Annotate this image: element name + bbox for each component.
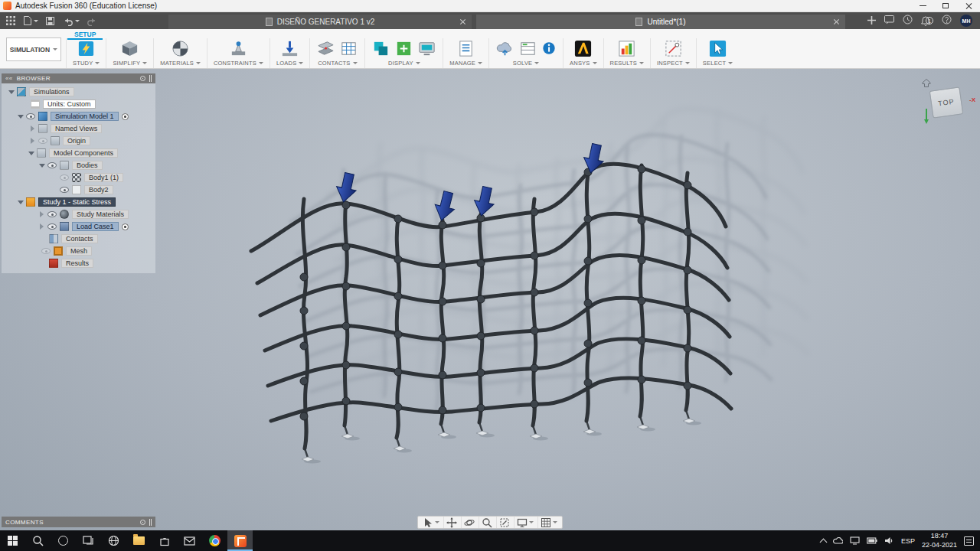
ribbon-group-display[interactable]: DISPLAY bbox=[365, 38, 443, 68]
cortana-button[interactable] bbox=[51, 530, 76, 551]
search-button[interactable] bbox=[25, 530, 51, 551]
constraints-icon[interactable] bbox=[229, 39, 248, 58]
task-view-button[interactable] bbox=[76, 530, 101, 551]
ribbon-group-simplify[interactable]: SIMPLIFY bbox=[106, 38, 154, 68]
info-icon[interactable] bbox=[541, 41, 557, 56]
browser-item-simulation-model-1[interactable]: Simulation Model 1 bbox=[2, 110, 155, 122]
browser-item-study-materials[interactable]: Study Materials bbox=[2, 208, 155, 220]
browser-item-results[interactable]: Results bbox=[2, 257, 155, 269]
degrees-of-freedom-icon[interactable] bbox=[371, 39, 390, 58]
store-button[interactable] bbox=[152, 530, 177, 551]
volume-icon[interactable] bbox=[884, 536, 894, 545]
display-loads-icon[interactable] bbox=[394, 39, 413, 58]
browser-item-load-case1[interactable]: Load Case1 bbox=[2, 220, 155, 233]
view-cube[interactable]: TOP -X bbox=[920, 77, 971, 127]
active-load-case-radio[interactable] bbox=[122, 223, 129, 230]
ribbon-group-loads[interactable]: LOADS bbox=[270, 38, 310, 68]
browser-globe-button[interactable] bbox=[101, 530, 126, 551]
pan-icon[interactable] bbox=[443, 517, 459, 528]
ribbon-group-study[interactable]: STUDY bbox=[67, 38, 106, 68]
browser-item-units[interactable]: Units: Custom bbox=[2, 98, 155, 110]
help-icon[interactable] bbox=[942, 14, 952, 28]
history-clock-icon[interactable] bbox=[903, 14, 913, 28]
undo-icon[interactable] bbox=[62, 16, 80, 26]
visibility-eye-icon[interactable] bbox=[47, 211, 57, 217]
maximize-button[interactable] bbox=[934, 0, 957, 12]
ansys-icon[interactable] bbox=[573, 39, 593, 58]
start-button[interactable] bbox=[0, 530, 25, 551]
new-tab-icon[interactable] bbox=[867, 14, 876, 28]
language-indicator[interactable]: ESP bbox=[901, 537, 915, 545]
inspect-icon[interactable] bbox=[664, 39, 683, 58]
view-cube-top-face[interactable]: TOP bbox=[929, 86, 964, 118]
panel-options-icon[interactable] bbox=[140, 76, 145, 81]
select-icon[interactable] bbox=[708, 39, 727, 58]
loads-icon[interactable] bbox=[280, 39, 299, 58]
browser-item-origin[interactable]: Origin bbox=[2, 135, 155, 147]
manage-icon[interactable] bbox=[456, 39, 475, 58]
ribbon-group-ansys[interactable]: ANSYS bbox=[564, 38, 603, 68]
minimize-button[interactable] bbox=[911, 0, 934, 12]
browser-item-body2[interactable]: Body2 bbox=[2, 184, 155, 196]
close-tab-icon[interactable] bbox=[833, 18, 840, 25]
ribbon-group-manage[interactable]: MANAGE bbox=[443, 38, 489, 68]
expander-icon[interactable] bbox=[28, 150, 34, 156]
close-button[interactable] bbox=[957, 0, 980, 12]
panel-options-icon[interactable] bbox=[140, 520, 145, 525]
expander-icon[interactable] bbox=[17, 199, 23, 205]
document-tab-inactive[interactable]: DISEÑO GENERATIVO 1 v2 bbox=[168, 15, 472, 29]
ribbon-tab-setup[interactable]: SETUP bbox=[67, 30, 103, 40]
study-icon[interactable] bbox=[77, 39, 96, 58]
save-icon[interactable] bbox=[45, 16, 55, 26]
browser-item-mesh[interactable]: Mesh bbox=[2, 245, 155, 257]
solve-cloud-icon[interactable] bbox=[495, 39, 514, 58]
fusion-360-taskbar-button[interactable] bbox=[227, 530, 253, 551]
expander-icon[interactable] bbox=[29, 138, 35, 144]
grid-settings-icon[interactable] bbox=[537, 517, 560, 528]
collapse-panel-icon[interactable]: «« bbox=[5, 76, 13, 82]
close-tab-icon[interactable] bbox=[459, 18, 466, 25]
display-tray-icon[interactable] bbox=[850, 536, 860, 545]
expander-icon[interactable] bbox=[29, 126, 35, 132]
ribbon-group-select[interactable]: SELECT bbox=[697, 38, 739, 68]
browser-item-named-views[interactable]: Named Views bbox=[2, 122, 155, 135]
expander-icon[interactable] bbox=[8, 89, 14, 95]
display-settings-icon[interactable] bbox=[514, 517, 536, 528]
browser-item-simulations[interactable]: Simulations bbox=[2, 86, 155, 98]
expander-icon[interactable] bbox=[38, 223, 44, 230]
ribbon-group-constraints[interactable]: CONSTRAINTS bbox=[207, 38, 270, 68]
mail-button[interactable] bbox=[177, 530, 202, 551]
file-menu-icon[interactable] bbox=[22, 15, 38, 26]
expander-icon[interactable] bbox=[38, 162, 44, 168]
zoom-icon[interactable] bbox=[479, 517, 495, 528]
panel-drag-handle[interactable] bbox=[149, 519, 152, 526]
comments-bar[interactable]: COMMENTS bbox=[2, 517, 155, 527]
visibility-eye-icon[interactable] bbox=[60, 187, 69, 193]
expander-icon[interactable] bbox=[17, 113, 23, 119]
visibility-eye-icon[interactable] bbox=[47, 162, 57, 168]
taskbar-clock[interactable]: 18:47 22-04-2021 bbox=[922, 532, 957, 549]
display-settings-icon[interactable] bbox=[417, 39, 436, 58]
browser-panel-header[interactable]: «« BROWSER bbox=[2, 73, 155, 83]
model-viewport[interactable]: TOP -X «« BROWSER Simulations Units: Cus… bbox=[0, 69, 980, 530]
tray-expand-icon[interactable] bbox=[819, 538, 827, 546]
browser-item-body1[interactable]: Body1 (1) bbox=[2, 171, 155, 184]
file-explorer-button[interactable] bbox=[126, 530, 152, 551]
battery-icon[interactable] bbox=[867, 537, 877, 544]
notification-bell-icon[interactable]: 1 bbox=[921, 16, 933, 26]
chrome-button[interactable] bbox=[202, 530, 227, 551]
contact-sets-icon[interactable] bbox=[316, 39, 335, 58]
visibility-eye-icon[interactable] bbox=[26, 113, 35, 119]
ribbon-group-solve[interactable]: SOLVE bbox=[489, 38, 564, 68]
visibility-eye-icon[interactable] bbox=[41, 248, 51, 254]
onedrive-cloud-icon[interactable] bbox=[833, 536, 843, 545]
select-tool-icon[interactable] bbox=[420, 517, 442, 528]
redo-icon[interactable] bbox=[87, 16, 98, 26]
panel-drag-handle[interactable] bbox=[149, 75, 152, 82]
expander-icon[interactable] bbox=[38, 211, 44, 217]
app-grid-icon[interactable] bbox=[6, 16, 15, 25]
browser-item-model-components[interactable]: Model Components bbox=[2, 147, 155, 159]
visibility-eye-icon[interactable] bbox=[38, 138, 47, 144]
user-avatar[interactable]: MH bbox=[960, 15, 972, 27]
fit-view-icon[interactable] bbox=[496, 517, 512, 528]
